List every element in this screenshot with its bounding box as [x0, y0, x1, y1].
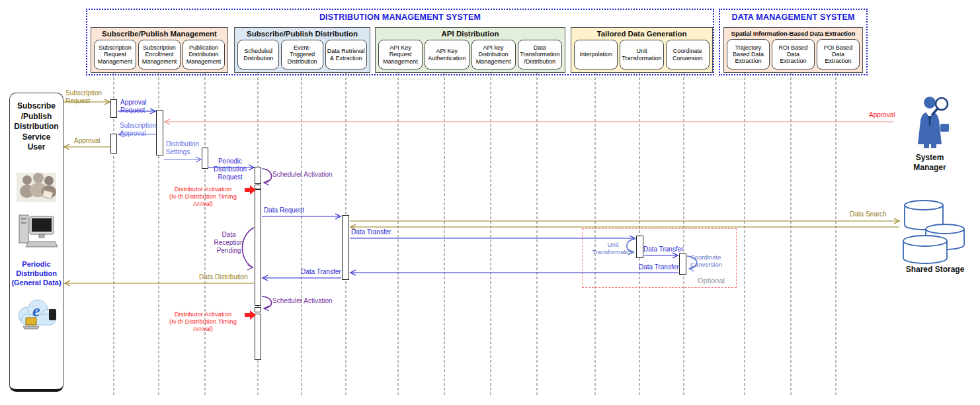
data-distribution-label: Data Distribution — [199, 273, 262, 281]
data-transfer-coord-label: Data Transfer — [643, 246, 703, 253]
module-api-key-authentication: API Key Authentication — [425, 40, 469, 69]
group-subscribe-publish-management: Subscribe/Publish ManagementSubscription… — [91, 27, 228, 73]
module-coordinate-conversion: Coordinate Conversion — [666, 40, 710, 69]
group-title: API Distribution — [376, 30, 565, 38]
data-search-label: Data Search — [850, 210, 897, 218]
system-title: DISTRIBUTION MANAGEMENT SYSTEM — [87, 13, 713, 22]
module-data-transformation-distribution: Data Transformation /Distribution — [518, 40, 562, 69]
system-manager-label: System Manager — [898, 153, 961, 173]
module-event-triggered-distribution: Event-Triggered Distribution — [281, 40, 323, 69]
activation-bar — [255, 314, 261, 360]
module-trajectory-based-data-extraction: Trajectory Based Data Extraction — [727, 39, 770, 69]
module-api-key-request-management: API Key Request Management — [378, 40, 423, 69]
sequence-diagram-stage: Subscribe /Publish Distribution Service … — [0, 0, 980, 405]
module-api-key-distribution-management: API key Distribution Management — [471, 40, 516, 69]
data-transfer-unit-label: Data Transfer — [351, 228, 411, 236]
user-actor-label: Subscribe /Publish Distribution Service … — [10, 101, 63, 153]
module-publication-distribution-management: Publication Distribution Management — [183, 40, 225, 69]
module-interpolation: Interpolation — [574, 40, 618, 69]
activation-bar — [110, 134, 117, 154]
data-request-label: Data Request — [264, 206, 323, 214]
module-unit-transformation: Unit Transformation — [620, 40, 663, 69]
subscription-request-label: Subscription Request — [65, 89, 112, 105]
group-spatial-information-based-data-extraction: Spatial Information-Based Data Extractio… — [723, 27, 863, 73]
periodic-distribution-label: Periodic Distribution (General Data) — [8, 260, 65, 287]
computer-icon — [17, 211, 59, 251]
system-title: DATA MANAGEMENT SYSTEM — [720, 13, 866, 22]
distributor-activation-note-2: Distributor Activation (N-th Distributio… — [159, 310, 247, 333]
scheduler-activation-note-2: Scheduler Activation — [272, 297, 345, 305]
module-roi-based-data-extraction: ROI Based Data Extraction — [772, 39, 815, 69]
module-subscription-request-management: Subscription Request Management — [94, 40, 136, 69]
group-api-distribution: API DistributionAPI Key Request Manageme… — [375, 27, 565, 73]
group-title: Subscribe/Publish Management — [91, 30, 227, 38]
periodic-distribution-request-label: Periodic Distribution Request — [204, 158, 256, 181]
distribution-settings-label: Distribution Settings — [166, 140, 216, 156]
group-title: Spatial Information-Based Data Extractio… — [724, 30, 862, 37]
unit-transformation-note: Unit Transformation — [590, 241, 636, 255]
user-actor-box: Subscribe /Publish Distribution Service … — [9, 93, 63, 392]
shared-storage-label: Shared Storage — [898, 265, 972, 275]
activation-bar — [255, 307, 261, 312]
group-title: Tailored Data Generation — [571, 30, 712, 38]
user-approval-label: Approval — [74, 137, 110, 145]
cloud-service-icon: e — [13, 296, 61, 334]
module-data-retrieval-extraction: Data Retrieval & Extraction — [325, 40, 367, 69]
module-poi-based-data-extraction: POI Based Data Extraction — [817, 39, 860, 69]
activation-bar — [636, 236, 643, 258]
group-subscribe-publish-distribution: Subscribe/Publish DistributionScheduled … — [234, 27, 370, 73]
group-tailored-data-generation: Tailored Data GenerationInterpolationUni… — [571, 27, 713, 73]
scheduler-activation-loop-1 — [262, 169, 272, 183]
optional-note: Optional — [698, 277, 733, 285]
distributor-activation-note-1: Distributor Activation (N-th Distributio… — [159, 185, 247, 208]
scheduler-activation-note-1: Scheduler Activation — [272, 171, 345, 179]
coordinate-conversion-note: Coordinate Conversion — [690, 253, 734, 268]
shared-storage-icon — [898, 197, 972, 265]
manager-approval-label: Approval — [869, 111, 901, 119]
system-manager-icon — [910, 94, 951, 152]
people-photo-icon — [15, 171, 58, 203]
data-reception-pending-note: Data Reception Pending — [210, 231, 248, 254]
activation-bar — [255, 189, 261, 306]
group-title: Subscribe/Publish Distribution — [235, 30, 370, 38]
module-scheduled-distribution: Scheduled Distribution — [237, 40, 279, 69]
scheduler-activation-loop-2 — [262, 296, 272, 308]
module-subscription-enrollment-management: Subscription Enrollment Management — [138, 40, 181, 69]
data-transfer-return-1-label: Data Transfer — [639, 263, 685, 271]
activation-bar — [255, 185, 261, 189]
data-transfer-return-2-label: Data Transfer — [301, 268, 347, 276]
subscription-approval-label: Subscription Approval — [120, 122, 171, 138]
approval-request-label: Approval Request — [120, 99, 160, 114]
